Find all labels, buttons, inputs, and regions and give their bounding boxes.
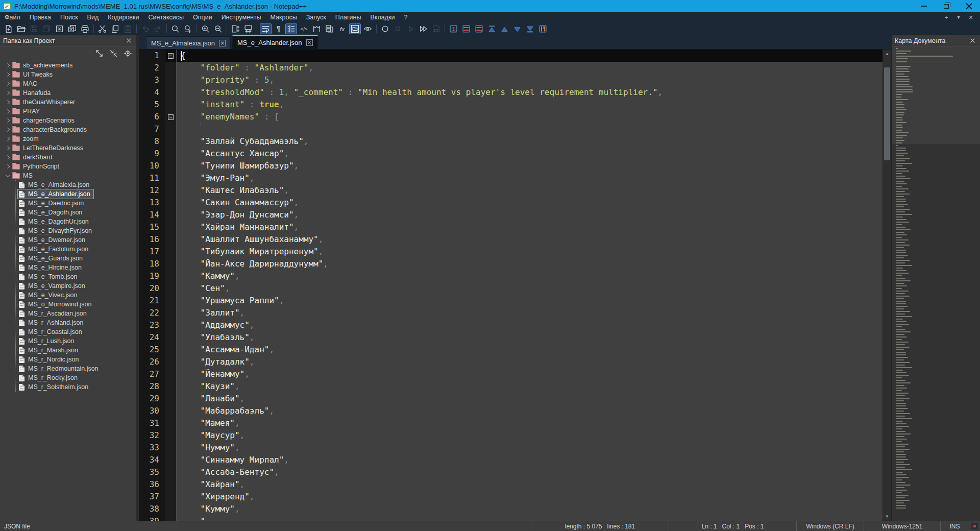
chevron-right-icon[interactable] [4, 135, 11, 142]
document-map-body[interactable] [892, 46, 980, 521]
tree-file-ms_r_redmountain.json[interactable]: MS_r_Redmountain.json [18, 364, 102, 373]
menu-item-инструменты[interactable]: Инструменты [217, 12, 266, 22]
line-text[interactable]: "Ланаби", [177, 393, 883, 405]
document-map-close-button[interactable] [969, 37, 977, 45]
editor-line-39[interactable]: 39 " [139, 515, 883, 521]
close-window-button[interactable] [958, 0, 980, 12]
macro-run-multiple-button[interactable] [418, 23, 429, 34]
editor-line-9[interactable]: 9 "Ассантус Хансар", [139, 148, 883, 160]
line-text[interactable]: "tresholdMod" : 1, "_comment" : "Min hea… [177, 86, 883, 99]
save-button[interactable] [28, 23, 40, 34]
menu-item-поиск[interactable]: Поиск [56, 12, 83, 22]
editor-line-17[interactable]: 17 "Тибулаик Миратрерненум", [139, 246, 883, 258]
editor-line-11[interactable]: 11 "Эмул-Ран", [139, 172, 883, 184]
scroll-down-button[interactable]: ▼ [883, 512, 891, 521]
menu-item-плагины[interactable]: Плагины [331, 12, 366, 22]
chevron-right-icon[interactable] [4, 154, 11, 161]
menu-item-запуск[interactable]: Запуск [302, 12, 331, 22]
tree-folder-theguarwhisperer[interactable]: theGuarWhisperer [4, 98, 78, 107]
chevron-down-icon[interactable] [4, 172, 11, 179]
editor-line-26[interactable]: 26 "Дутадалк", [139, 356, 883, 368]
tree-file-ms_e_dwemer.json[interactable]: MS_e_Dwemer.json [18, 235, 88, 245]
locate-current-file-button[interactable] [123, 49, 132, 58]
editor-line-1[interactable]: 1{ [139, 50, 883, 62]
tab-close-icon[interactable] [219, 40, 226, 46]
line-text[interactable]: "Йенамму", [177, 368, 883, 380]
editor-line-29[interactable]: 29 "Ланаби", [139, 393, 883, 405]
line-text[interactable]: "Кумму", [177, 503, 883, 515]
editor-line-4[interactable]: 4 "tresholdMod" : 1, "_comment" : "Min h… [139, 86, 883, 99]
minimize-button[interactable] [913, 0, 935, 12]
chevron-right-icon[interactable] [4, 126, 11, 133]
tree-folder-characterbackgrounds[interactable]: characterBackgrounds [4, 125, 90, 134]
chevron-right-icon[interactable] [4, 62, 11, 69]
line-text[interactable]: "Заллай Субаддамаэль", [177, 135, 883, 148]
document-map-button[interactable] [311, 23, 323, 34]
tree-folder-mac[interactable]: MAC [4, 79, 40, 88]
chevron-right-icon[interactable] [4, 99, 11, 106]
tree-folder-darkshard[interactable]: darkShard [4, 153, 56, 162]
code-view-button[interactable]: </> [298, 23, 310, 34]
line-text[interactable]: "Маусур", [177, 429, 883, 442]
status-eol-format[interactable]: Windows (CR LF) [796, 521, 864, 531]
chevron-right-icon[interactable] [4, 144, 11, 152]
line-text[interactable]: "Мабаррабаэль", [177, 405, 883, 417]
tree-file-ms_r_nordic.json[interactable]: MS_r_Nordic.json [18, 355, 82, 364]
tree-file-ms_e_guards.json[interactable]: MS_e_Guards.json [18, 254, 86, 263]
tree-folder-ui tweaks[interactable]: UI Tweaks [4, 70, 56, 79]
line-text[interactable]: "Эмул-Ран", [177, 172, 883, 184]
tree-file-ms_o_morrowind.json[interactable]: MS_o_Morrowind.json [18, 300, 94, 309]
tree-file-ms_r_rocky.json[interactable]: MS_r_Rocky.json [18, 373, 81, 382]
sync-vertical-button[interactable] [230, 23, 241, 34]
editor-line-7[interactable]: 7 [139, 123, 883, 135]
diff-last-button[interactable] [524, 23, 536, 34]
tree-file-ms_e_dagoth.json[interactable]: MS_e_Dagoth.json [18, 208, 85, 217]
close-all-button[interactable] [66, 23, 78, 34]
menu-item-файл[interactable]: Файл [0, 12, 25, 22]
line-text[interactable]: "Хайран Маннаналит", [177, 221, 883, 233]
line-text[interactable] [177, 123, 883, 135]
chevron-right-icon[interactable] [4, 117, 11, 124]
editor-line-10[interactable]: 10 "Тунипи Шамирбазур", [139, 160, 883, 172]
tree-file-ms_e_daedric.json[interactable]: MS_e_Daedric.json [18, 199, 87, 208]
line-text[interactable]: "Ассамма-Идан", [177, 344, 883, 356]
tree-folder-zoom[interactable]: zoom [4, 134, 42, 143]
line-text[interactable]: "enemyNames" : [ [177, 111, 883, 123]
tree-file-ms_r_lush.json[interactable]: MS_r_Lush.json [18, 336, 77, 346]
line-text[interactable]: "Хайран", [177, 478, 883, 491]
editor-line-33[interactable]: 33 "Нумму", [139, 442, 883, 454]
scroll-up-button[interactable]: ▲ [883, 50, 891, 58]
chevron-right-icon[interactable] [4, 108, 11, 115]
line-text[interactable]: " [177, 515, 883, 521]
menu-item-синтаксисы[interactable]: Синтаксисы [143, 12, 188, 22]
folder-as-workspace-button[interactable] [349, 23, 361, 34]
tree-folder-ms[interactable]: MS [4, 171, 36, 180]
tree-file-ms_e_tomb.json[interactable]: MS_e_Tomb.json [18, 272, 81, 281]
editor-line-30[interactable]: 30 "Мабаррабаэль", [139, 405, 883, 417]
close-tab-button[interactable]: × [965, 13, 977, 21]
open-folder-button[interactable] [15, 23, 27, 34]
editor-line-32[interactable]: 32 "Маусур", [139, 429, 883, 442]
tab-close-icon[interactable] [306, 39, 313, 46]
line-text[interactable]: "Мамея", [177, 417, 883, 429]
line-text[interactable]: "Йан-Аксе Дарирнаддунумм", [177, 258, 883, 270]
editor-line-37[interactable]: 37 "Хираренд", [139, 491, 883, 503]
line-text[interactable]: "Камму", [177, 270, 883, 282]
new-tab-button[interactable]: + [940, 14, 952, 20]
diff-prev-button[interactable] [499, 23, 510, 34]
line-text[interactable]: "Улабаэль", [177, 331, 883, 344]
tree-file-ms_e_factotum.json[interactable]: MS_e_Factotum.json [18, 245, 91, 254]
scrollbar-track[interactable] [883, 58, 891, 512]
tree-file-ms_e_vampire.json[interactable]: MS_e_Vampire.json [18, 281, 88, 291]
line-text[interactable]: "instant" : true, [177, 99, 883, 111]
line-text[interactable]: "Дутадалк", [177, 356, 883, 368]
status-encoding[interactable]: Windows-1251 [864, 521, 940, 531]
tree-file-ms_r_coastal.json[interactable]: MS_r_Coastal.json [18, 327, 85, 336]
editor-line-24[interactable]: 24 "Улабаэль", [139, 331, 883, 344]
editor-line-12[interactable]: 12 "Каштес Илабаэль", [139, 184, 883, 197]
line-text[interactable]: "folder" : "Ashlander", [177, 62, 883, 74]
zoom-in-button[interactable] [200, 23, 211, 34]
line-text[interactable]: "Сен", [177, 282, 883, 295]
chevron-right-icon[interactable] [4, 80, 11, 87]
editor-line-25[interactable]: 25 "Ассамма-Идан", [139, 344, 883, 356]
